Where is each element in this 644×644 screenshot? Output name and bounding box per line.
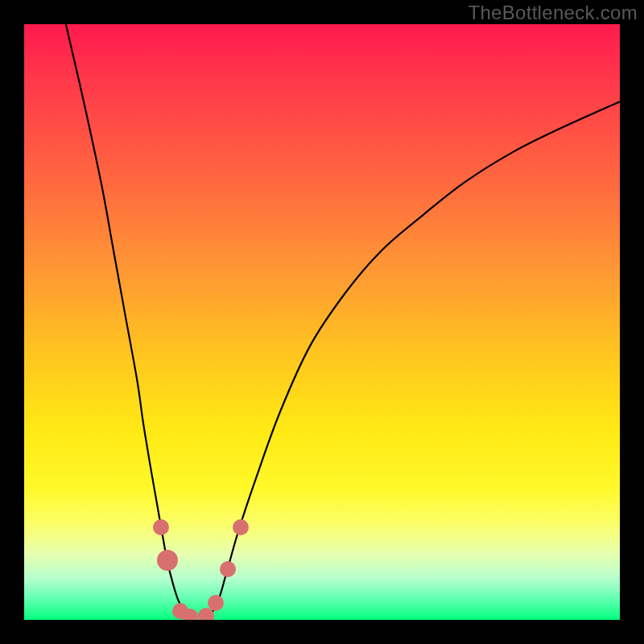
chart-frame: TheBottleneck.com [0,0,644,644]
curve-layer [24,24,620,620]
data-marker [233,519,249,535]
curve-right-branch [208,101,620,617]
data-marker [182,609,198,620]
data-marker [157,550,178,571]
attribution-text: TheBottleneck.com [468,2,638,24]
curve-left-branch [66,24,188,617]
plot-area [24,24,620,620]
